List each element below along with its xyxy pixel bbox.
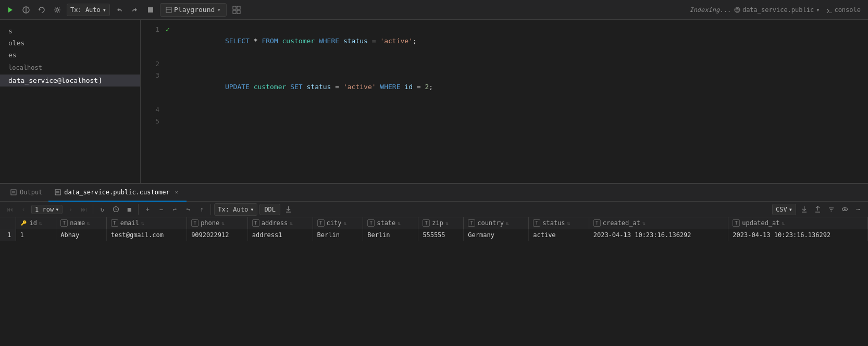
sidebar: s oles es localhost data_service@localho…	[0, 20, 141, 183]
bottom-toolbar: ⏮ ‹ 1 row ▾ › ⏭ ↻ ■ + − ↩ ↪ ↑ Tx: Auto ▾	[0, 202, 868, 217]
last-page-button[interactable]: ⏭	[78, 204, 90, 215]
cell-address[interactable]: address1	[247, 229, 313, 241]
cell-country[interactable]: Germany	[464, 229, 529, 241]
connection-dropdown[interactable]: data_service.public ▾	[734, 6, 820, 14]
prev-page-button[interactable]: ‹	[18, 204, 29, 215]
cell-city[interactable]: Berlin	[313, 229, 363, 241]
filter-button[interactable]	[825, 204, 837, 215]
refresh-data-button[interactable]: ↻	[96, 204, 108, 215]
sort-email-icon[interactable]: ⇅	[141, 220, 144, 226]
code-line-3: 3 UPDATE customer SET status = 'active' …	[141, 70, 868, 104]
sort-state-icon[interactable]: ⇅	[398, 220, 401, 226]
sort-phone-icon[interactable]: ⇅	[221, 220, 225, 226]
grid-view-button[interactable]	[230, 3, 243, 17]
cell-email[interactable]: test@gmail.com	[106, 229, 187, 241]
th-rownum	[0, 217, 16, 229]
code-editor[interactable]: 1 ✓ SELECT * FROM customer WHERE status …	[141, 20, 868, 131]
cell-name[interactable]: Abhay	[56, 229, 107, 241]
sidebar-item-s[interactable]: s	[0, 25, 140, 37]
csv-dropdown[interactable]: CSV ▾	[772, 204, 796, 215]
tab-customer[interactable]: data_service.public.customer ✕	[48, 184, 186, 202]
svg-rect-18	[55, 190, 60, 195]
top-toolbar: Tx: Auto ▾ Playground ▾ Indexing... data…	[0, 0, 868, 20]
cell-phone[interactable]: 9092022912	[187, 229, 248, 241]
tab-close-button[interactable]: ✕	[173, 189, 180, 196]
cell-updated-at[interactable]: 2023-04-13 10:23:16.136292	[728, 229, 868, 241]
sort-country-icon[interactable]: ⇅	[506, 220, 509, 226]
data-table-container[interactable]: 🔑 id ⇅ T name ⇅	[0, 217, 868, 346]
svg-rect-5	[148, 7, 153, 13]
redo-edit-button[interactable]: ↪	[182, 204, 194, 215]
stop-data-button[interactable]: ■	[123, 204, 135, 215]
code-line-1: 1 ✓ SELECT * FROM customer WHERE status …	[141, 24, 868, 58]
undo-button[interactable]	[113, 4, 126, 16]
main-layout: s oles es localhost data_service@localho…	[0, 20, 868, 346]
sort-status-icon[interactable]: ⇅	[567, 220, 571, 226]
settings-button[interactable]	[51, 4, 64, 16]
editor-section: s oles es localhost data_service@localho…	[0, 20, 868, 184]
cell-created-at[interactable]: 2023-04-13 10:23:16.136292	[589, 229, 728, 241]
tx-dropdown[interactable]: Tx: Auto ▾	[67, 4, 110, 16]
indexing-status: Indexing...	[689, 6, 730, 14]
sort-id-icon[interactable]: ⇅	[39, 220, 42, 226]
separator-2	[138, 204, 139, 215]
bottom-tx-dropdown[interactable]: Tx: Auto ▾	[214, 203, 257, 216]
svg-rect-15	[11, 190, 16, 195]
sidebar-item-es[interactable]: es	[0, 49, 140, 61]
eye-button[interactable]	[839, 204, 850, 215]
refresh-button[interactable]	[35, 4, 48, 16]
code-line-2: 2	[141, 58, 868, 70]
stop-circle-button[interactable]	[20, 4, 32, 16]
upload-button[interactable]	[812, 204, 823, 215]
more-options-button[interactable]: ⋯	[852, 204, 864, 215]
export-pin-button[interactable]	[282, 204, 294, 215]
download-button[interactable]	[798, 204, 810, 215]
cell-id[interactable]: 1	[16, 229, 56, 241]
th-name[interactable]: T name ⇅	[56, 217, 107, 229]
separator-1	[93, 204, 93, 215]
ddl-button[interactable]: DDL	[259, 204, 280, 215]
th-city[interactable]: T city ⇅	[313, 217, 363, 229]
add-row-button[interactable]: +	[142, 204, 153, 215]
playground-tab[interactable]: Playground ▾	[160, 3, 227, 17]
th-status[interactable]: T status ⇅	[529, 217, 589, 229]
row-count-dropdown[interactable]: 1 row ▾	[31, 205, 63, 214]
svg-marker-0	[8, 7, 13, 13]
th-updated-at[interactable]: T updated_at ⇅	[728, 217, 868, 229]
cell-status[interactable]: active	[529, 229, 589, 241]
sort-zip-icon[interactable]: ⇅	[445, 220, 449, 226]
th-address[interactable]: T address ⇅	[247, 217, 313, 229]
sort-city-icon[interactable]: ⇅	[344, 220, 347, 226]
undo-edit-button[interactable]: ↩	[169, 204, 180, 215]
svg-rect-11	[237, 10, 240, 14]
sort-address-icon[interactable]: ⇅	[290, 220, 293, 226]
cell-zip[interactable]: 555555	[418, 229, 464, 241]
run-button[interactable]	[4, 4, 17, 16]
up-button[interactable]: ↑	[196, 204, 207, 215]
next-page-button[interactable]: ›	[65, 204, 76, 215]
sort-name-icon[interactable]: ⇅	[87, 220, 90, 226]
sort-created-icon[interactable]: ⇅	[642, 220, 646, 226]
th-state[interactable]: T state ⇅	[363, 217, 418, 229]
th-country[interactable]: T country ⇅	[464, 217, 529, 229]
stop-button[interactable]	[144, 4, 157, 16]
separator-3	[210, 204, 211, 215]
th-phone[interactable]: T phone ⇅	[187, 217, 248, 229]
console-button[interactable]: console	[823, 5, 864, 15]
th-created-at[interactable]: T created_at ⇅	[589, 217, 728, 229]
sidebar-item-oles[interactable]: oles	[0, 37, 140, 49]
th-zip[interactable]: T zip ⇅	[418, 217, 464, 229]
sidebar-section-localhost: localhost	[0, 61, 140, 75]
delete-row-button[interactable]: −	[155, 204, 167, 215]
th-id[interactable]: 🔑 id ⇅	[16, 217, 56, 229]
redo-button[interactable]	[129, 4, 141, 16]
tab-output[interactable]: Output	[4, 184, 48, 202]
cell-state[interactable]: Berlin	[363, 229, 418, 241]
sidebar-item-datasource[interactable]: data_service@localhost]	[0, 75, 140, 86]
sort-updated-icon[interactable]: ⇅	[782, 220, 785, 226]
history-button[interactable]	[110, 204, 121, 215]
table-row[interactable]: 1 1 Abhay test@gmail.com 9092022912 addr…	[0, 229, 868, 241]
first-page-button[interactable]: ⏮	[4, 204, 16, 215]
th-email[interactable]: T email ⇅	[106, 217, 187, 229]
editor-area[interactable]: 1 ✓ SELECT * FROM customer WHERE status …	[141, 20, 868, 183]
